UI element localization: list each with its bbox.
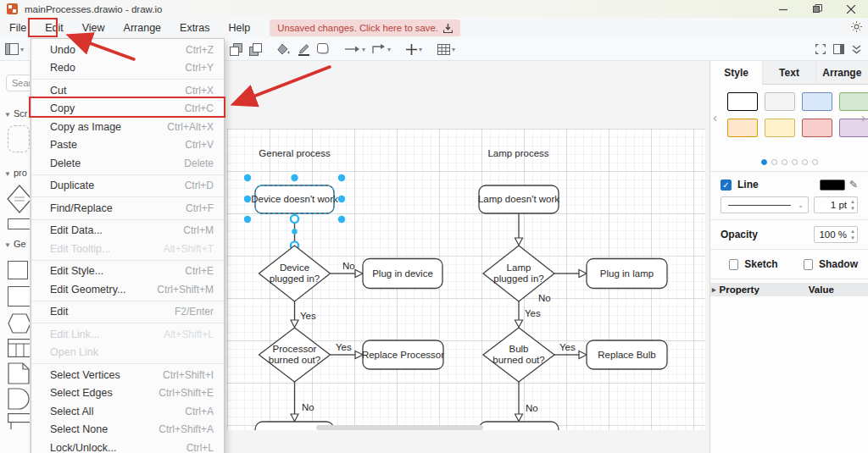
shape-thumb-delay[interactable] (8, 388, 30, 410)
tab-arrange[interactable]: Arrange (816, 61, 868, 85)
menu-item-copy[interactable]: CopyCtrl+C (31, 100, 224, 119)
edge-label-yes[interactable]: Yes (336, 342, 352, 352)
menu-item-edit-tooltip[interactable]: Edit Tooltip...Alt+Shift+T (31, 240, 224, 258)
menu-item-cut[interactable]: CutCtrl+X (31, 81, 224, 100)
style-swatch-5[interactable] (765, 119, 795, 137)
line-checkbox[interactable]: ✓ (721, 180, 732, 191)
shape-thumb-diamond[interactable] (7, 185, 31, 213)
style-swatch-0[interactable] (727, 92, 758, 111)
shadow-checkbox[interactable] (804, 259, 813, 270)
edit-color-pencil-icon[interactable]: ✎ (849, 179, 858, 191)
format-panel-toggle-button[interactable] (833, 44, 844, 54)
shape-thumb-table[interactable] (8, 339, 31, 357)
connection-style-button[interactable]: ▾ (345, 45, 365, 53)
carousel-dot[interactable] (792, 159, 798, 165)
shape-thumb-document[interactable] (8, 362, 30, 384)
style-swatch-2[interactable] (802, 92, 832, 111)
insert-button[interactable]: ▾ (406, 44, 422, 55)
unsaved-changes-badge[interactable]: Unsaved changes. Click here to save. (270, 19, 460, 36)
menu-item-edit-style[interactable]: Edit Style...Ctrl+E (31, 262, 224, 281)
edge-label-no[interactable]: No (342, 261, 355, 271)
menu-item-select-none[interactable]: Select NoneCtrl+Shift+A (31, 421, 224, 439)
shadow-button[interactable] (317, 43, 330, 55)
shape-thumb-rectangle[interactable] (8, 218, 31, 229)
fill-color-button[interactable] (277, 43, 291, 55)
menu-help[interactable]: Help (220, 19, 260, 36)
view-panels-button[interactable]: ▾ (5, 43, 24, 55)
stepper-arrows-icon[interactable]: ▲▼ (850, 198, 855, 212)
line-style-select[interactable]: ⌄ (721, 196, 809, 213)
minimize-button[interactable] (766, 0, 800, 18)
tab-style[interactable]: Style (710, 61, 763, 85)
line-color-button[interactable] (298, 43, 310, 56)
search-shapes-input[interactable]: Sear (6, 75, 31, 91)
menu-edit[interactable]: Edit (36, 19, 73, 36)
edge-label-no[interactable]: No (538, 293, 551, 303)
edge-label-no[interactable]: No (302, 402, 314, 412)
sidebar-section-general[interactable]: ▼Ge (4, 239, 26, 249)
to-back-button[interactable] (249, 43, 262, 56)
line-width-input[interactable]: 1 pt ▲▼ (814, 196, 858, 213)
carousel-dot[interactable] (812, 159, 818, 165)
to-front-button[interactable] (230, 43, 242, 56)
menu-item-duplicate[interactable]: DuplicateCtrl+D (31, 177, 224, 196)
edge-label-yes[interactable]: Yes (525, 308, 541, 318)
menu-item-open-link[interactable]: Open Link (31, 344, 224, 362)
carousel-prev-icon[interactable]: ‹ (713, 110, 717, 124)
sidebar-section-processes[interactable]: ▼pro (4, 168, 27, 178)
close-button[interactable] (834, 0, 868, 18)
menu-item-redo[interactable]: RedoCtrl+Y (31, 59, 224, 78)
menu-item-undo[interactable]: UndoCtrl+Z (31, 41, 224, 59)
sketch-checkbox[interactable] (729, 259, 738, 270)
carousel-dot[interactable] (802, 159, 808, 165)
style-swatch-3[interactable] (839, 92, 868, 111)
menu-item-edit-geometry[interactable]: Edit Geometry...Ctrl+Shift+M (31, 280, 224, 299)
opacity-input[interactable]: 100 % ▲▼ (814, 226, 858, 243)
expand-triangle-icon[interactable]: ▸ (710, 285, 720, 294)
edge-label-no[interactable]: No (526, 403, 538, 413)
shape-thumb-hexagon[interactable] (8, 313, 31, 334)
scratchpad-drop-area[interactable] (8, 125, 30, 152)
lamp-process-title[interactable]: Lamp process (487, 148, 548, 158)
menu-item-select-edges[interactable]: Select EdgesCtrl+Shift+E (31, 384, 224, 403)
table-button[interactable]: ▾ (437, 44, 455, 55)
menu-extras[interactable]: Extras (170, 19, 219, 36)
style-swatch-6[interactable] (802, 119, 832, 137)
sidebar-section-scratchpad[interactable]: ▼Scr (4, 108, 27, 119)
carousel-dot[interactable] (761, 159, 767, 165)
collapse-toolbar-button[interactable] (852, 45, 861, 54)
menu-file[interactable]: File (0, 19, 36, 36)
node-bottom-clipped-lamp[interactable] (479, 422, 559, 430)
menu-item-select-vertices[interactable]: Select VerticesCtrl+Shift+I (31, 366, 224, 384)
edge-source-handle[interactable] (291, 215, 298, 223)
menu-arrange[interactable]: Arrange (114, 19, 170, 36)
style-swatch-4[interactable] (727, 119, 758, 137)
style-swatch-1[interactable] (765, 92, 795, 111)
carousel-dot[interactable] (782, 159, 787, 165)
stepper-arrows-icon[interactable]: ▲▼ (850, 228, 855, 241)
property-table-header[interactable]: ▸ Property Value (710, 283, 868, 296)
theme-sun-icon[interactable] (851, 21, 862, 35)
shape-thumb-rounded-rectangle[interactable] (8, 286, 31, 307)
menu-item-edit-link[interactable]: Edit Link...Alt+Shift+L (31, 325, 224, 344)
menu-item-edit-data[interactable]: Edit Data...Ctrl+M (31, 222, 224, 240)
carousel-next-icon[interactable]: › (861, 110, 865, 124)
menu-item-find-replace[interactable]: Find/ReplaceCtrl+F (31, 199, 224, 218)
edge-midpoint-handle[interactable] (292, 229, 297, 234)
waypoint-style-button[interactable]: ▾ (372, 44, 391, 54)
menu-item-delete[interactable]: DeleteDelete (31, 154, 224, 173)
edge-label-yes[interactable]: Yes (559, 342, 576, 352)
carousel-dot[interactable] (771, 159, 777, 165)
menu-view[interactable]: View (73, 19, 114, 36)
line-color-swatch[interactable] (820, 180, 845, 191)
fullscreen-button[interactable] (815, 44, 826, 54)
general-process-title[interactable]: General process (259, 148, 331, 158)
horizontal-scrollbar[interactable] (316, 425, 483, 430)
shape-thumb-square[interactable] (8, 261, 28, 279)
menu-item-edit[interactable]: EditF2/Enter (31, 303, 224, 322)
menu-item-copy-as-image[interactable]: Copy as ImageCtrl+Alt+X (31, 118, 224, 136)
menu-item-lock-unlock[interactable]: Lock/Unlock...Ctrl+L (31, 439, 224, 453)
edge-label-yes[interactable]: Yes (300, 311, 316, 321)
shape-thumb-misc[interactable] (8, 413, 31, 430)
restore-button[interactable] (800, 0, 834, 18)
